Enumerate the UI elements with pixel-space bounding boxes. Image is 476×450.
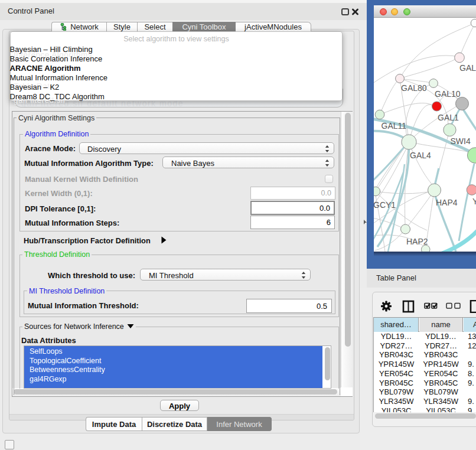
svg-text:GAL80: GAL80 — [401, 83, 427, 93]
svg-text:GAL10: GAL10 — [435, 89, 461, 99]
svg-text:GAL1: GAL1 — [438, 113, 459, 122]
svg-text:GCY1: GCY1 — [374, 200, 396, 210]
svg-text:GAL4: GAL4 — [410, 151, 431, 160]
svg-text:SWI4: SWI4 — [451, 136, 471, 146]
svg-text:HAP4: HAP4 — [436, 198, 458, 207]
svg-text:GAL: GAL — [459, 63, 476, 73]
svg-text:Y: Y — [472, 197, 476, 206]
svg-text:HAP2: HAP2 — [406, 237, 428, 246]
svg-text:GAL11: GAL11 — [382, 121, 407, 131]
